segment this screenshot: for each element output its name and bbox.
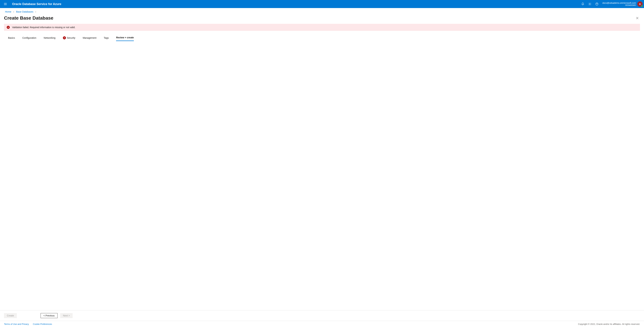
chevron-right-icon: › <box>13 10 14 13</box>
bottom-action-bar: Create < Previous Next > <box>0 310 644 321</box>
next-button[interactable]: Next > <box>60 313 73 318</box>
chevron-right-icon: › <box>36 10 36 13</box>
help-button[interactable] <box>593 1 600 7</box>
breadcrumb-base-databases[interactable]: Base Databases <box>16 10 33 13</box>
tab-tags[interactable]: Tags <box>104 36 109 41</box>
help-icon <box>595 2 598 6</box>
notifications-button[interactable] <box>579 1 586 7</box>
avatar-initial: D <box>639 3 641 5</box>
footer-terms-link[interactable]: Terms of Use and Privacy <box>4 323 29 325</box>
tab-configuration[interactable]: Configuration <box>22 36 36 41</box>
close-icon <box>636 17 639 19</box>
header-bar: Oracle Database Service for Azure docs@o… <box>0 0 644 8</box>
footer-copyright: Copyright © 2022, Oracle and/or its affi… <box>578 323 640 325</box>
page-title: Create Base Database <box>4 15 53 21</box>
presence-indicator-icon <box>641 5 643 7</box>
tab-management[interactable]: Management <box>83 36 96 41</box>
hamburger-icon <box>4 2 7 6</box>
gear-icon <box>588 2 592 6</box>
create-button[interactable]: Create <box>4 313 17 318</box>
page-title-row: Create Base Database <box>4 14 640 24</box>
bell-icon <box>581 2 584 6</box>
settings-button[interactable] <box>586 1 593 7</box>
account-info[interactable]: docs@odsademo.onmicrosoft.com ODSADEMO <box>602 2 636 6</box>
account-email: docs@odsademo.onmicrosoft.com <box>602 2 636 4</box>
error-icon <box>7 26 10 29</box>
svg-point-0 <box>589 4 590 4</box>
account-org: ODSADEMO <box>625 4 636 6</box>
breadcrumb: Home › Base Databases › <box>4 8 640 14</box>
validation-alert: Validation failed. Required information … <box>4 24 640 31</box>
tab-security[interactable]: Security <box>63 36 76 41</box>
close-button[interactable] <box>634 15 640 21</box>
error-icon <box>63 36 66 39</box>
avatar[interactable]: D <box>637 1 643 7</box>
tab-networking[interactable]: Networking <box>44 36 56 41</box>
tabs: Basics Configuration Networking Security… <box>4 35 640 41</box>
footer: Terms of Use and Privacy Cookie Preferen… <box>0 321 644 327</box>
app-title: Oracle Database Service for Azure <box>12 2 61 6</box>
content-area: Home › Base Databases › Create Base Data… <box>0 8 644 310</box>
tab-review-create[interactable]: Review + create <box>116 36 134 41</box>
breadcrumb-home[interactable]: Home <box>5 10 11 13</box>
menu-button[interactable] <box>2 1 9 7</box>
previous-button[interactable]: < Previous <box>40 313 58 318</box>
alert-message: Validation failed. Required information … <box>12 26 75 29</box>
footer-cookies-link[interactable]: Cookie Preferences <box>33 323 52 325</box>
tab-basics[interactable]: Basics <box>8 36 15 41</box>
